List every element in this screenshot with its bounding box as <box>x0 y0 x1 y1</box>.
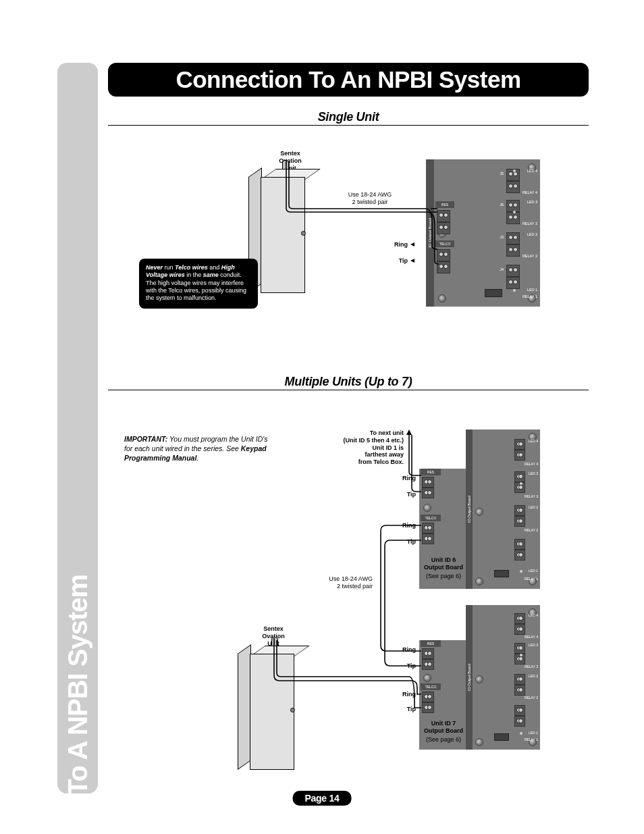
led4: LED 4 <box>517 169 537 173</box>
relay3: RELAY 3 <box>517 221 537 226</box>
wiring-single <box>281 159 443 274</box>
page-title: Connection To An NPBI System <box>108 63 589 97</box>
section-sidebar: Connection To A NPBI System <box>57 63 98 793</box>
important-note: IMPORTANT: You must program the Unit ID'… <box>124 434 269 463</box>
led3: LED 3 <box>517 200 537 204</box>
warn-p4: and <box>208 264 221 271</box>
tip-arrow-single <box>410 259 414 263</box>
warning-box: Never run Telco wires and High Voltage w… <box>139 259 258 309</box>
j6: J6 <box>483 203 504 207</box>
wiring-multiple <box>270 520 432 723</box>
sidebar-title: Connection To A NPBI System <box>63 575 93 834</box>
page-number-badge: Page 14 <box>293 791 352 806</box>
led2: LED 2 <box>517 232 537 236</box>
ring-arrow-single <box>410 242 414 246</box>
warn-p6: in the <box>185 271 203 278</box>
output-board-single: IO Output Board RES TELCO J5 LED 4 RELAY… <box>426 159 540 307</box>
important-end: . <box>196 454 198 462</box>
relay4: RELAY 4 <box>517 190 537 194</box>
board6-rail: IO Output Board <box>467 496 471 523</box>
relay2: RELAY 2 <box>517 254 537 258</box>
divider <box>108 125 589 126</box>
board7-sub: (See page 6) <box>413 736 474 744</box>
warn-p3: Telco wires <box>175 264 208 271</box>
output-board-unit7: IO Output Board LED 4 RELAY 4 LED 3 RELA… <box>466 605 540 750</box>
important-label: IMPORTANT: <box>124 435 167 443</box>
j3: J3 <box>483 235 504 239</box>
warn-p7: same <box>203 271 219 278</box>
sequence-note: To next unit (Unit ID 5 then 4 etc.) Uni… <box>315 429 404 466</box>
relay1: RELAY 1 <box>517 294 537 298</box>
j4: J4 <box>483 267 504 271</box>
warn-p1: Never <box>146 264 163 271</box>
document-page: Connection To A NPBI System Connection T… <box>0 0 644 834</box>
led1: LED 1 <box>517 288 537 292</box>
j5: J5 <box>483 172 504 176</box>
wiring-next-unit <box>404 432 431 500</box>
divider-2 <box>108 390 589 390</box>
heading-multiple-units: Multiple Units (Up to 7) <box>108 375 589 389</box>
warn-p2: run <box>163 264 175 271</box>
heading-single-unit: Single Unit <box>108 110 589 124</box>
output-board-unit6: IO Output Board LED 4 RELAY 4 LED 3 RELA… <box>466 429 540 589</box>
board7-rail: IO Output Board <box>467 664 471 691</box>
